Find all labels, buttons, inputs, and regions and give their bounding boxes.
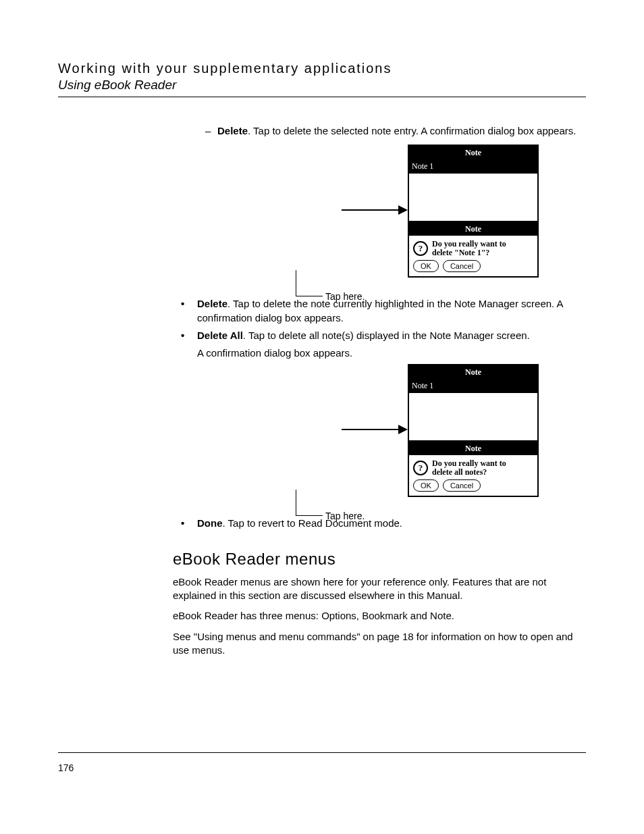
- header-rule: [58, 97, 586, 97]
- bullet-delete-all: • Delete All. Tap to delete all note(s) …: [181, 329, 586, 361]
- footer-rule: [58, 752, 586, 753]
- section-p3: See "Using menus and menu commands" on p…: [173, 630, 586, 658]
- bullet-delete: • Delete. Tap to delete the note current…: [181, 297, 586, 325]
- mock-msg-line2: delete all notes?: [432, 468, 506, 477]
- question-icon: ?: [413, 241, 428, 256]
- mock-dialog-message: Do you really want to delete all notes?: [432, 459, 506, 477]
- mock-dialog-buttons: OK Cancel: [409, 479, 537, 496]
- bullet-marker: •: [181, 297, 197, 325]
- bullet-marker: •: [181, 517, 197, 530]
- ok-button[interactable]: OK: [413, 479, 439, 492]
- bullet-text: Done. Tap to revert to Read Document mod…: [197, 517, 402, 530]
- page: Working with your supplementary applicat…: [0, 0, 644, 834]
- section-p2: eBook Reader has three menus: Options, B…: [173, 609, 586, 623]
- mock-window-title: Note: [409, 146, 537, 159]
- mock-dialog-title: Note: [409, 221, 537, 236]
- dash-item-delete: – Delete. Tap to delete the selected not…: [205, 124, 586, 138]
- bullet-label: Done: [197, 517, 223, 529]
- mock-dialog-body: ? Do you really want to delete all notes…: [409, 455, 537, 479]
- mock-dialog-message: Do you really want to delete "Note 1"?: [432, 240, 506, 257]
- section-heading: eBook Reader menus: [173, 548, 586, 570]
- mock-dialog-title: Note: [409, 440, 537, 455]
- bullet-label: Delete: [197, 298, 227, 309]
- bullet-body-2: A confirmation dialog box appears.: [197, 347, 352, 359]
- header-subtitle: Using eBook Reader: [58, 78, 586, 93]
- dash-text: Delete. Tap to delete the selected note …: [217, 124, 576, 138]
- mock-list-item: Note 1: [409, 379, 537, 392]
- arrow-icon: [342, 203, 408, 216]
- header-title: Working with your supplementary applicat…: [58, 61, 586, 76]
- mock-dialog-buttons: OK Cancel: [409, 260, 537, 276]
- mock-msg-line2: delete "Note 1"?: [432, 249, 506, 257]
- dash-marker: –: [205, 124, 217, 138]
- dash-label: Delete: [217, 125, 248, 136]
- tap-here-label: Tap here.: [325, 290, 365, 303]
- content-area: – Delete. Tap to delete the selected not…: [173, 124, 586, 657]
- dash-body: . Tap to delete the selected note entry.…: [248, 125, 576, 136]
- mock-blank-area: [409, 174, 537, 221]
- bullet-body: . Tap to delete the note currently highl…: [197, 298, 563, 323]
- mock-note-window-1: Note Note 1 Note ? Do you really want to…: [408, 145, 539, 278]
- bullet-label: Delete All: [197, 330, 243, 341]
- arrow-icon: [342, 422, 408, 436]
- bullet-body: . Tap to delete all note(s) displayed in…: [243, 330, 530, 341]
- cancel-button[interactable]: Cancel: [443, 479, 481, 492]
- mock-list-item: Note 1: [409, 159, 537, 173]
- bullet-done: • Done. Tap to revert to Read Document m…: [181, 517, 586, 530]
- figure-delete-all-notes: Note Note 1 Note ? Do you really want to…: [173, 364, 586, 513]
- bullet-marker: •: [181, 329, 197, 361]
- cancel-button[interactable]: Cancel: [443, 260, 481, 272]
- ok-button[interactable]: OK: [413, 260, 439, 272]
- mock-dialog-body: ? Do you really want to delete "Note 1"?: [409, 236, 537, 260]
- section-p1: eBook Reader menus are shown here for yo…: [173, 575, 586, 603]
- page-number: 176: [58, 762, 74, 773]
- tap-here-label: Tap here.: [325, 510, 365, 523]
- mock-window-title: Note: [409, 365, 537, 379]
- bullet-text: Delete All. Tap to delete all note(s) di…: [197, 329, 530, 361]
- question-icon: ?: [413, 461, 428, 475]
- mock-blank-area: [409, 393, 537, 440]
- mock-note-window-2: Note Note 1 Note ? Do you really want to…: [408, 364, 539, 497]
- figure-delete-note: Note Note 1 Note ? Do you really want to…: [173, 145, 586, 293]
- bullet-body: . Tap to revert to Read Document mode.: [223, 517, 403, 529]
- bullet-text: Delete. Tap to delete the note currently…: [197, 297, 586, 325]
